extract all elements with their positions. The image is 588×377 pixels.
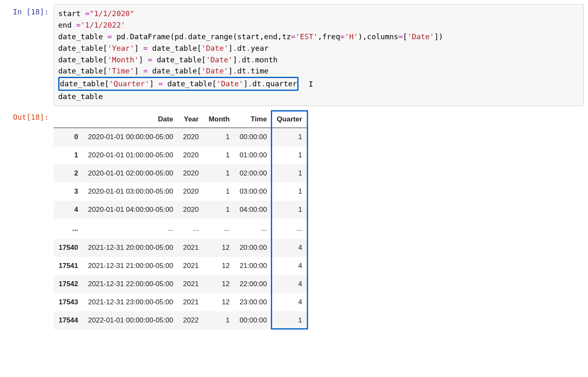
cell-date: 2021-12-31 23:00:00-05:00 (83, 293, 178, 311)
cell-quarter: 1 (272, 183, 307, 201)
table-row: 175442022-01-01 00:00:00-05:002022100:00… (54, 311, 307, 330)
cell-year: 2020 (178, 128, 204, 147)
cell-year: 2020 (178, 146, 204, 164)
cell-quarter: 1 (272, 201, 307, 219)
cell-date: 2021-12-31 21:00:00-05:00 (83, 257, 178, 275)
cell-year: 2021 (178, 257, 204, 275)
cell-quarter: 4 (272, 275, 307, 293)
row-index: 1 (54, 146, 83, 164)
dataframe-table: Date Year Month Time Quarter 02020-01-01… (54, 111, 307, 330)
cell-month: 1 (204, 311, 235, 330)
code-input[interactable]: start ="1/1/2020" end ='1/1/2022' date_t… (54, 4, 584, 106)
row-index: 17540 (54, 239, 83, 257)
row-index: 4 (54, 201, 83, 219)
cell-year: 2021 (178, 293, 204, 311)
row-index: 17543 (54, 293, 83, 311)
cell-time: 00:00:00 (235, 128, 272, 147)
col-date: Date (83, 111, 178, 128)
row-index: 3 (54, 183, 83, 201)
table-row: 175412021-12-31 21:00:00-05:0020211221:0… (54, 257, 307, 275)
col-year: Year (178, 111, 204, 128)
cell-time: 02:00:00 (235, 164, 272, 183)
cell-month: 12 (204, 275, 235, 293)
out-suffix: ]: (40, 113, 49, 121)
row-index: 2 (54, 164, 83, 183)
out-prefix: Out[ (13, 113, 31, 121)
dataframe-wrap: Date Year Month Time Quarter 02020-01-01… (54, 111, 307, 330)
cell-time: 00:00:00 (235, 311, 272, 330)
row-index: 17544 (54, 311, 83, 330)
row-index: 17542 (54, 275, 83, 293)
cell-quarter: 4 (272, 239, 307, 257)
table-row: 22020-01-01 02:00:00-05:002020102:00:001 (54, 164, 307, 183)
cell-date: 2020-01-01 02:00:00-05:00 (83, 164, 178, 183)
cell-date: 2020-01-01 04:00:00-05:00 (83, 201, 178, 219)
cell-date: 2020-01-01 01:00:00-05:00 (83, 146, 178, 164)
cell-year: 2020 (178, 201, 204, 219)
cell-month: 12 (204, 293, 235, 311)
cell-time: 21:00:00 (235, 257, 272, 275)
cell-month: 12 (204, 239, 235, 257)
cell-time: 01:00:00 (235, 146, 272, 164)
table-row: 42020-01-01 04:00:00-05:002020104:00:001 (54, 201, 307, 219)
row-index: 17541 (54, 257, 83, 275)
col-month: Month (204, 111, 235, 128)
cell-year: 2020 (178, 183, 204, 201)
cell-year: 2022 (178, 311, 204, 330)
in-suffix: ]: (40, 7, 49, 16)
cell-time: 03:00:00 (235, 183, 272, 201)
output-prompt: Out[18]: (4, 109, 54, 122)
in-prefix: In [ (13, 7, 31, 16)
table-row: 175422021-12-31 22:00:00-05:0020211222:0… (54, 275, 307, 293)
table-row: 12020-01-01 01:00:00-05:002020101:00:001 (54, 146, 307, 164)
cell-year: 2021 (178, 239, 204, 257)
row-index: 0 (54, 128, 83, 147)
cell-quarter: 1 (272, 164, 307, 183)
text-cursor-icon: I (308, 80, 313, 88)
cell-time: 23:00:00 (235, 293, 272, 311)
cell-time: 22:00:00 (235, 275, 272, 293)
cell-time: 04:00:00 (235, 201, 272, 219)
cell-date: 2020-01-01 00:00:00-05:00 (83, 128, 178, 147)
table-row: 32020-01-01 03:00:00-05:002020103:00:001 (54, 183, 307, 201)
cell-quarter: 1 (272, 128, 307, 147)
ellipsis-row: .................. (54, 219, 307, 239)
cell-date: 2020-01-01 03:00:00-05:00 (83, 183, 178, 201)
cell-month: 1 (204, 201, 235, 219)
cell-year: 2021 (178, 275, 204, 293)
table-row: 175402021-12-31 20:00:00-05:0020211220:0… (54, 239, 307, 257)
exec-count-out: 18 (31, 113, 40, 121)
cell-date: 2022-01-01 00:00:00-05:00 (83, 311, 178, 330)
cell-month: 1 (204, 146, 235, 164)
cell-month: 12 (204, 257, 235, 275)
table-row: 175432021-12-31 23:00:00-05:0020211223:0… (54, 293, 307, 311)
output-area: Date Year Month Time Quarter 02020-01-01… (54, 109, 584, 331)
input-prompt: In [18]: (4, 4, 54, 17)
cell-year: 2020 (178, 164, 204, 183)
col-time: Time (235, 111, 272, 128)
col-index (54, 111, 83, 128)
cell-quarter: 4 (272, 293, 307, 311)
cell-month: 1 (204, 164, 235, 183)
exec-count: 18 (31, 7, 40, 16)
table-body: 02020-01-01 00:00:00-05:002020100:00:001… (54, 128, 307, 330)
cell-time: 20:00:00 (235, 239, 272, 257)
highlight-box-code: date_table['Quarter'] = date_table['Date… (58, 77, 299, 91)
cell-date: 2021-12-31 20:00:00-05:00 (83, 239, 178, 257)
cell-quarter: 1 (272, 146, 307, 164)
output-cell: Out[18]: Date Year Month Time Quarter 02… (4, 109, 584, 331)
col-quarter: Quarter (272, 111, 307, 128)
cell-month: 1 (204, 183, 235, 201)
input-cell: In [18]: start ="1/1/2020" end ='1/1/202… (4, 4, 584, 106)
cell-quarter: 4 (272, 257, 307, 275)
cell-quarter: 1 (272, 311, 307, 330)
table-row: 02020-01-01 00:00:00-05:002020100:00:001 (54, 128, 307, 147)
cell-month: 1 (204, 128, 235, 147)
cell-date: 2021-12-31 22:00:00-05:00 (83, 275, 178, 293)
